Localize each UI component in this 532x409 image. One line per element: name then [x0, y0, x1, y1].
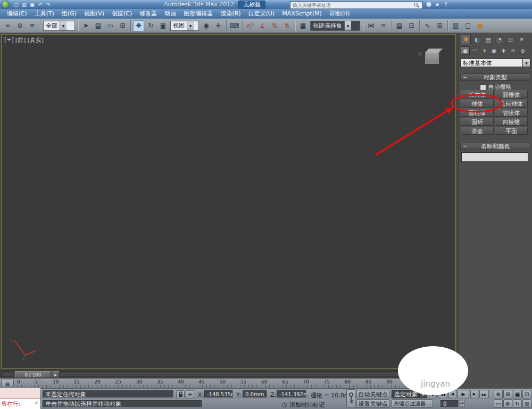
- frame-spinner-up-icon[interactable]: ▴: [460, 400, 465, 404]
- tab-motion-icon[interactable]: ◔: [494, 35, 504, 44]
- rendered-frame-window-icon[interactable]: ▢: [462, 20, 473, 31]
- keyboard-shortcut-override-icon[interactable]: ⌨: [229, 20, 240, 31]
- open-mini-curve-editor-button[interactable]: ≣: [1, 380, 14, 387]
- listener-scroll-icon[interactable]: <: [35, 400, 39, 406]
- tab-display-icon[interactable]: ⊡: [505, 35, 516, 44]
- select-by-name-icon[interactable]: ▤: [93, 20, 104, 31]
- select-and-rotate-icon[interactable]: ↻: [145, 20, 156, 31]
- x-coord-field[interactable]: -148.535m: [204, 390, 233, 398]
- menu-item[interactable]: 创建(C): [108, 9, 136, 19]
- zoom-extents-icon[interactable]: ▣: [513, 390, 522, 398]
- new-file-icon[interactable]: ▢: [12, 1, 20, 8]
- y-coord-field[interactable]: 0.0mm: [243, 390, 267, 398]
- category-systems-icon[interactable]: ⊛: [518, 46, 527, 55]
- menu-item[interactable]: 工具(T): [31, 9, 58, 19]
- pan-view-icon[interactable]: ✥: [503, 399, 512, 408]
- listener-line[interactable]: 所在行: <: [0, 399, 40, 409]
- viewcube[interactable]: ⌂: [418, 48, 443, 67]
- go-to-end-icon[interactable]: ▶▶: [479, 390, 489, 398]
- zoom-extents-all-icon[interactable]: ⊡: [522, 390, 531, 398]
- primitive-button[interactable]: 圆锥体: [495, 91, 528, 99]
- layer-manager-icon[interactable]: ▤: [394, 20, 405, 31]
- maximize-viewport-toggle-icon[interactable]: ▥: [522, 399, 531, 408]
- viewport-menu-shading[interactable]: [真实]: [27, 36, 44, 44]
- undo-icon[interactable]: ↶: [36, 1, 44, 8]
- help-icon[interactable]: ?: [442, 1, 450, 8]
- category-lights-icon[interactable]: ☀: [480, 46, 489, 55]
- rollout-name-color[interactable]: − 名称和颜色: [460, 143, 530, 150]
- track-bar[interactable]: ≣ 05101520253035404550556065707580859095…: [0, 378, 458, 388]
- tab-modify-icon[interactable]: ◐: [472, 35, 482, 44]
- mirror-icon[interactable]: ⋈: [365, 20, 377, 31]
- use-pivot-center-icon[interactable]: ◉: [201, 20, 212, 31]
- next-frame-arrow-icon[interactable]: ▶: [52, 371, 60, 378]
- select-and-link-icon[interactable]: ∞: [2, 20, 13, 31]
- app-button[interactable]: [2, 1, 10, 9]
- primitive-button[interactable]: 圆柱体: [461, 109, 494, 117]
- category-geometry-icon[interactable]: ●: [461, 46, 470, 55]
- selection-filter-dropdown[interactable]: 全部 ▼: [43, 21, 75, 31]
- set-key-toggle-button[interactable]: [346, 389, 355, 407]
- menu-item[interactable]: 自定义(U): [245, 9, 279, 19]
- maxscript-mini-listener[interactable]: 所在行: <: [0, 388, 41, 409]
- time-slider-track[interactable]: [1, 371, 456, 377]
- primitive-button[interactable]: 圆环: [461, 118, 494, 126]
- menu-item[interactable]: 编辑(E): [3, 9, 31, 19]
- select-and-move-icon[interactable]: ✥: [133, 20, 144, 31]
- next-frame-icon[interactable]: ▶: [470, 390, 478, 398]
- ribbon-toggle-icon[interactable]: ⊟: [406, 20, 417, 31]
- save-file-icon[interactable]: ▣: [28, 1, 36, 8]
- percent-snap-icon[interactable]: %: [269, 20, 280, 31]
- select-and-scale-icon[interactable]: ▣: [157, 20, 169, 31]
- orbit-view-icon[interactable]: ↻: [513, 399, 522, 408]
- menu-item[interactable]: 图形编辑器: [180, 9, 217, 19]
- viewport-menu-plus[interactable]: [+]: [4, 36, 14, 44]
- snaps-toggle-icon[interactable]: ∩³: [245, 20, 256, 31]
- unlink-selection-icon[interactable]: ⊘: [14, 20, 26, 31]
- render-setup-icon[interactable]: ▥: [450, 20, 461, 31]
- category-helpers-icon[interactable]: ✚: [499, 46, 508, 55]
- menu-item[interactable]: 动画: [161, 9, 180, 19]
- bind-to-space-warp-icon[interactable]: ≋: [27, 20, 38, 31]
- primitive-button[interactable]: 球体: [461, 100, 494, 108]
- rollout-object-type[interactable]: − 对象类型: [460, 73, 530, 81]
- search-input[interactable]: [290, 3, 414, 8]
- menu-item[interactable]: 组(G): [58, 9, 80, 19]
- align-icon[interactable]: ≡: [378, 20, 389, 31]
- primitive-category-dropdown[interactable]: 标准基本体 ▼: [460, 59, 530, 67]
- redo-icon[interactable]: ↷: [44, 1, 52, 8]
- zoom-all-viewports-icon[interactable]: ⊞: [503, 390, 512, 398]
- viewport-front[interactable]: [+] [前] [真实] ⌂ x: [1, 34, 456, 369]
- menu-item[interactable]: 渲染(R): [217, 9, 244, 19]
- select-and-manipulate-icon[interactable]: ✛: [213, 20, 224, 31]
- absolute-mode-toggle-icon[interactable]: ✛: [186, 390, 194, 398]
- primitive-button[interactable]: 四棱锥: [495, 118, 528, 126]
- object-name-field[interactable]: [461, 152, 528, 162]
- rectangular-selection-region-icon[interactable]: ▭: [105, 20, 116, 31]
- primitive-button[interactable]: 平面: [495, 127, 528, 135]
- time-tag-clock-icon[interactable]: ◷: [282, 401, 287, 408]
- z-coord-field[interactable]: -141.392m: [277, 390, 306, 398]
- frame-spinner-down-icon[interactable]: ▾: [460, 404, 465, 407]
- key-filters-button[interactable]: 关键点过滤器...: [392, 399, 433, 408]
- select-object-icon[interactable]: ➤: [80, 20, 92, 31]
- play-animation-icon[interactable]: ▶: [458, 390, 469, 398]
- category-shapes-icon[interactable]: ◠: [470, 46, 479, 55]
- tab-utilities-icon[interactable]: ✶: [517, 35, 527, 44]
- named-selection-sets-dropdown[interactable]: 创建选择集 ▼: [310, 21, 360, 31]
- tab-hierarchy-icon[interactable]: ▤: [483, 35, 493, 44]
- signin-icon[interactable]: ☻: [425, 1, 433, 8]
- menu-item[interactable]: 修改器: [136, 9, 161, 19]
- menu-item[interactable]: 帮助(H): [326, 9, 354, 19]
- autogrid-checkbox[interactable]: [480, 84, 486, 91]
- primitive-button[interactable]: 长方体: [461, 91, 494, 99]
- viewcube-front-face[interactable]: [425, 53, 439, 64]
- schematic-view-icon[interactable]: ⊞: [434, 20, 445, 31]
- selection-lock-icon[interactable]: [176, 390, 185, 398]
- primitive-button[interactable]: 几何球体: [495, 100, 528, 108]
- open-file-icon[interactable]: ▤: [20, 1, 28, 8]
- macro-recorder-line[interactable]: [0, 388, 40, 399]
- reference-coordsys-dropdown[interactable]: 视图 ▼: [170, 21, 199, 31]
- angle-snap-icon[interactable]: ∠: [257, 20, 268, 31]
- render-production-icon[interactable]: ●: [475, 20, 486, 31]
